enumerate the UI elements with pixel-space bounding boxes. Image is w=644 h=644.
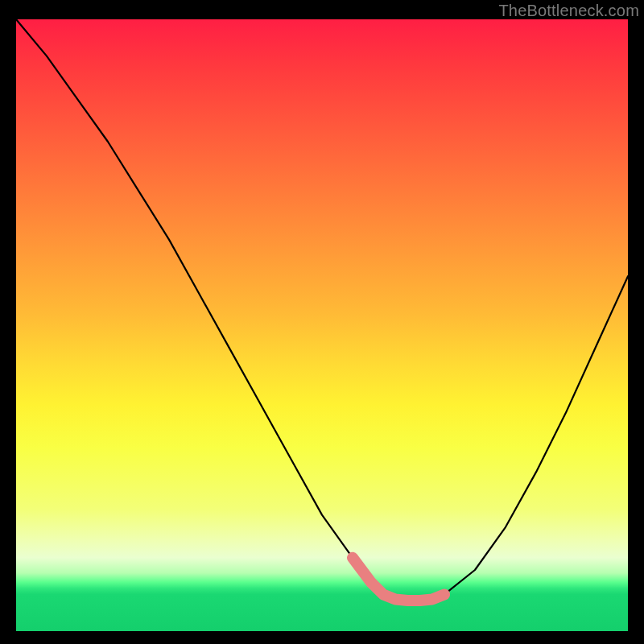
plot-area bbox=[16, 19, 628, 631]
bottleneck-curve bbox=[16, 19, 628, 601]
chart-svg bbox=[16, 19, 628, 631]
chart-stage: TheBottleneck.com bbox=[0, 0, 644, 644]
watermark-text: TheBottleneck.com bbox=[498, 2, 639, 20]
valley-highlight bbox=[353, 558, 444, 601]
